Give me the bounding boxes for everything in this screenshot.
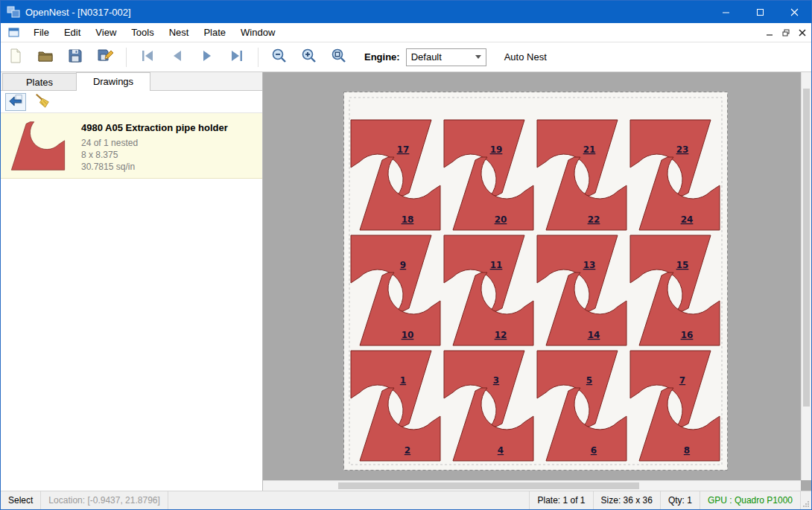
broom-icon [34,92,51,111]
part-number: 6 [591,445,597,456]
tab-plates[interactable]: Plates [2,73,77,90]
horizontal-scrollbar[interactable] [263,480,801,491]
menubar: FileEditViewToolsNestPlateWindow [1,23,811,42]
go-first-icon [139,47,156,67]
status-plate: Plate: 1 of 1 [529,491,593,509]
drawing-dimensions: 8 x 8.375 [81,149,228,161]
app-icon [7,5,20,19]
chevron-down-icon [475,55,481,59]
go-first-button[interactable] [135,45,160,69]
titlebar: OpenNest - [N0317-002] [1,1,811,23]
menu-view[interactable]: View [88,24,124,41]
vertical-scrollbar[interactable] [801,72,811,480]
new-drawing-button[interactable] [3,45,28,69]
drawing-title: 4980 A05 Extraction pipe holder [81,122,228,133]
nest-canvas[interactable]: 171819202122232491011121314151612345678 [263,72,811,491]
go-last-icon [228,47,246,67]
part-number: 11 [490,260,503,270]
part-number: 13 [583,260,596,270]
status-mode: Select [1,491,41,509]
app-window: OpenNest - [N0317-002] FileEditViewTools… [0,0,812,510]
part-number: 2 [405,445,410,456]
menu-window[interactable]: Window [233,24,282,41]
zoom-in-icon [300,47,318,67]
go-last-button[interactable] [224,45,250,69]
status-gpu: GPU : Quadro P1000 [700,491,801,509]
part-number: 10 [402,330,414,340]
part-number: 1 [400,375,406,386]
part-number: 4 [498,445,504,456]
clear-drawings-button[interactable] [32,93,53,111]
part-number: 12 [495,330,507,340]
import-arrow-icon [7,92,24,111]
import-drawing-button[interactable] [5,93,26,111]
menu-nest[interactable]: Nest [162,24,197,41]
menu-edit[interactable]: Edit [57,24,88,41]
part-number: 5 [586,375,592,386]
part-number: 16 [681,330,694,340]
mdi-minimize-button[interactable] [762,26,777,39]
go-next-icon [198,47,216,67]
engine-label: Engine: [364,51,400,63]
nest-svg: 171819202122232491011121314151612345678 [343,92,728,471]
engine-select[interactable]: Default [406,48,486,66]
part-thumbnail [7,119,69,172]
drawing-nested-count: 24 of 1 nested [81,137,228,149]
tab-drawings[interactable]: Drawings [76,72,150,91]
resize-grip[interactable] [801,491,811,509]
part-number: 9 [400,260,406,270]
menu-file[interactable]: File [26,24,57,41]
auto-nest-button[interactable]: Auto Nest [498,48,553,66]
status-size: Size: 36 x 36 [594,491,661,509]
part-number: 15 [676,260,689,270]
close-button[interactable] [777,1,811,23]
menu-plate[interactable]: Plate [196,24,233,41]
drawing-area: 30.7815 sq/in [81,161,228,173]
save-edit-button[interactable] [92,45,118,69]
go-previous-button[interactable] [165,45,190,69]
zoom-fit-button[interactable] [326,45,352,69]
zoom-out-icon [270,47,288,67]
mdi-child-icon[interactable] [8,28,20,38]
zoom-out-button[interactable] [267,45,292,69]
zoom-fit-icon [330,47,348,67]
open-icon [37,47,54,67]
part-number: 21 [583,144,596,155]
status-qty: Qty: 1 [661,491,700,509]
engine-value: Default [411,51,475,63]
panel-tabs: Plates Drawings [1,72,262,91]
drawings-toolbar [1,91,262,113]
part-number: 19 [490,144,503,155]
part-number: 23 [676,144,689,155]
part-number: 3 [493,375,499,386]
plate: 171819202122232491011121314151612345678 [343,92,728,471]
part-number: 24 [681,214,694,225]
save-icon [66,47,84,67]
part-number: 7 [679,375,685,386]
zoom-in-button[interactable] [296,45,322,69]
part-number: 8 [684,445,690,456]
part-number: 14 [588,330,600,340]
left-panel: Plates Drawings [1,72,263,491]
horizontal-scroll-thumb[interactable] [338,482,639,489]
status-location: Location: [-0.9437, 21.8796] [41,491,168,509]
part-number: 20 [495,214,507,225]
save-button[interactable] [63,45,88,69]
drawing-list-item[interactable]: 4980 A05 Extraction pipe holder 24 of 1 … [1,113,262,179]
go-next-button[interactable] [194,45,220,69]
statusbar: Select Location: [-0.9437, 21.8796] Plat… [1,491,811,509]
minimize-button[interactable] [708,1,743,23]
window-title: OpenNest - [N0317-002] [25,7,131,18]
part-number: 17 [397,144,410,155]
mdi-close-button[interactable] [795,26,810,39]
mdi-restore-button[interactable] [778,26,793,39]
menu-items: FileEditViewToolsNestPlateWindow [26,24,282,41]
menu-tools[interactable]: Tools [124,24,161,41]
part-number: 18 [402,214,414,225]
main-toolbar: Engine: Default Auto Nest [1,42,811,72]
open-button[interactable] [33,45,58,69]
go-previous-icon [168,47,186,67]
maximize-button[interactable] [743,1,777,23]
vertical-scroll-thumb[interactable] [803,89,810,407]
new-drawing-icon [7,47,25,67]
